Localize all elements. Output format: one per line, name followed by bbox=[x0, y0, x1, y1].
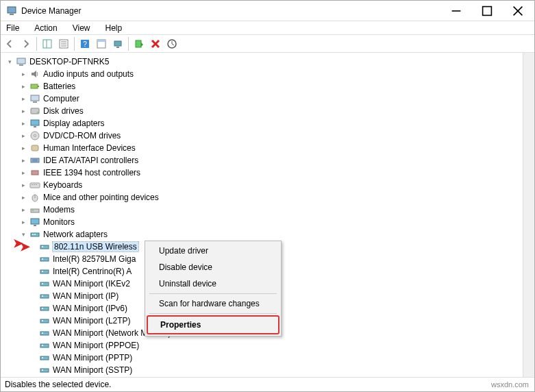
category-dvd[interactable]: ▸DVD/CD-ROM drives bbox=[1, 130, 523, 142]
maximize-button[interactable] bbox=[471, 1, 502, 21]
ctx-disable-device[interactable]: Disable device bbox=[147, 259, 279, 275]
expand-icon[interactable]: ▸ bbox=[20, 157, 27, 164]
ctx-update-driver[interactable]: Update driver bbox=[147, 243, 279, 259]
svg-rect-3 bbox=[482, 6, 491, 15]
svg-rect-15 bbox=[97, 40, 105, 42]
menu-help[interactable]: Help bbox=[103, 22, 125, 34]
category-computer[interactable]: ▸Computer bbox=[1, 93, 523, 105]
svg-rect-66 bbox=[40, 344, 49, 347]
window-title: Device Manager bbox=[21, 6, 440, 16]
node-label: Intel(R) Centrino(R) A bbox=[53, 267, 132, 276]
computer-icon bbox=[29, 93, 40, 104]
network-adapter-item[interactable]: WAN Miniport (PPPOE) bbox=[1, 339, 523, 352]
root-node[interactable]: ▾ DESKTOP-DFTNRK5 bbox=[1, 56, 523, 68]
help-button[interactable]: ? bbox=[77, 36, 92, 51]
category-monitors[interactable]: ▸Monitors bbox=[1, 216, 523, 228]
svg-point-71 bbox=[42, 369, 43, 371]
network-adapter-item[interactable]: WAN Miniport (PPTP) bbox=[1, 352, 523, 364]
expand-icon[interactable]: ▸ bbox=[20, 108, 27, 115]
svg-rect-62 bbox=[40, 319, 49, 323]
category-modems[interactable]: ▸Modems bbox=[1, 204, 523, 216]
uninstall-button[interactable] bbox=[148, 36, 163, 51]
expand-icon[interactable]: ▸ bbox=[20, 169, 27, 177]
menu-view[interactable]: View bbox=[70, 22, 93, 34]
node-label: WAN Miniport (SSTP) bbox=[53, 365, 132, 375]
node-label: Disk drives bbox=[43, 106, 84, 116]
expand-icon[interactable]: ▸ bbox=[20, 95, 27, 103]
status-text: Disables the selected device. bbox=[5, 380, 111, 389]
disk-icon bbox=[29, 106, 40, 117]
menu-action[interactable]: Action bbox=[32, 22, 60, 34]
titlebar: Device Manager bbox=[1, 1, 534, 21]
node-label: WAN Miniport (PPTP) bbox=[53, 353, 132, 363]
expand-icon[interactable]: ▸ bbox=[20, 182, 27, 189]
category-hid[interactable]: ▸Human Interface Devices bbox=[1, 142, 523, 154]
window-controls bbox=[440, 1, 533, 21]
expand-icon[interactable]: ▸ bbox=[20, 145, 27, 152]
category-ide[interactable]: ▸IDE ATA/ATAPI controllers bbox=[1, 154, 523, 167]
node-label: WAN Miniport (IPv6) bbox=[53, 304, 127, 313]
toolbar: ? bbox=[1, 35, 534, 53]
svg-rect-17 bbox=[116, 47, 119, 48]
show-hide-tree-button[interactable] bbox=[40, 36, 55, 51]
category-mice[interactable]: ▸Mice and other pointing devices bbox=[1, 191, 523, 204]
adapter-icon bbox=[39, 254, 50, 265]
modems-icon bbox=[29, 204, 40, 215]
vertical-scrollbar[interactable] bbox=[523, 53, 534, 377]
svg-rect-46 bbox=[34, 225, 36, 226]
category-keyboards[interactable]: ▸Keyboards bbox=[1, 179, 523, 191]
expand-icon[interactable]: ▸ bbox=[20, 120, 27, 127]
category-batteries[interactable]: ▸Batteries bbox=[1, 80, 523, 93]
category-audio[interactable]: ▸Audio inputs and outputs bbox=[1, 68, 523, 80]
properties-button[interactable] bbox=[56, 36, 71, 51]
svg-rect-20 bbox=[17, 58, 25, 64]
update-driver-button[interactable] bbox=[164, 36, 179, 51]
node-label: Monitors bbox=[43, 217, 75, 227]
svg-rect-29 bbox=[34, 126, 36, 127]
category-disk[interactable]: ▸Disk drives bbox=[1, 105, 523, 117]
svg-point-67 bbox=[42, 345, 43, 346]
category-ieee[interactable]: ▸IEEE 1394 host controllers bbox=[1, 167, 523, 179]
menubar: File Action View Help bbox=[1, 21, 534, 35]
svg-point-51 bbox=[42, 246, 43, 247]
expand-icon[interactable]: ▸ bbox=[20, 194, 27, 201]
svg-rect-58 bbox=[40, 295, 49, 298]
collapse-icon[interactable]: ▾ bbox=[6, 58, 14, 66]
adapter-icon bbox=[39, 266, 50, 277]
expand-icon[interactable]: ▸ bbox=[20, 83, 27, 90]
forward-button[interactable] bbox=[18, 36, 34, 51]
svg-rect-52 bbox=[40, 258, 49, 261]
monitors-icon bbox=[29, 217, 40, 228]
expand-icon[interactable]: ▸ bbox=[20, 206, 27, 214]
ctx-uninstall-device[interactable]: Uninstall device bbox=[147, 275, 279, 292]
expand-icon[interactable]: ▸ bbox=[20, 71, 27, 78]
network-adapter-item[interactable]: WAN Miniport (SSTP) bbox=[1, 364, 523, 376]
node-label: IEEE 1394 host controllers bbox=[43, 168, 140, 177]
computer-icon bbox=[16, 56, 27, 67]
node-label: Batteries bbox=[43, 82, 75, 91]
svg-point-69 bbox=[42, 357, 43, 358]
svg-point-48 bbox=[32, 234, 34, 235]
back-button[interactable] bbox=[2, 36, 17, 51]
svg-rect-68 bbox=[40, 356, 49, 360]
expand-icon[interactable]: ▸ bbox=[20, 132, 27, 140]
enable-device-button[interactable] bbox=[132, 36, 147, 51]
svg-rect-56 bbox=[40, 282, 49, 286]
expand-icon[interactable]: ▸ bbox=[20, 219, 27, 226]
node-label: IDE ATA/ATAPI controllers bbox=[43, 156, 138, 165]
ctx-scan-hardware[interactable]: Scan for hardware changes bbox=[147, 295, 279, 312]
category-network[interactable]: ▾ Network adapters bbox=[1, 228, 523, 241]
scan-hardware-button[interactable] bbox=[110, 36, 125, 51]
close-button[interactable] bbox=[502, 1, 533, 21]
ctx-properties[interactable]: Properties bbox=[147, 315, 279, 334]
category-display[interactable]: ▸Display adapters bbox=[1, 117, 523, 130]
svg-rect-33 bbox=[31, 158, 39, 162]
adapter-icon bbox=[39, 365, 50, 376]
sheet-button[interactable] bbox=[94, 36, 109, 51]
svg-point-65 bbox=[42, 332, 43, 334]
node-label: Keyboards bbox=[43, 180, 82, 190]
node-label: Intel(R) 82579LM Giga bbox=[53, 254, 136, 264]
minimize-button[interactable] bbox=[440, 1, 471, 21]
menu-file[interactable]: File bbox=[3, 22, 22, 34]
annotation-arrow: ➤ bbox=[20, 239, 30, 254]
